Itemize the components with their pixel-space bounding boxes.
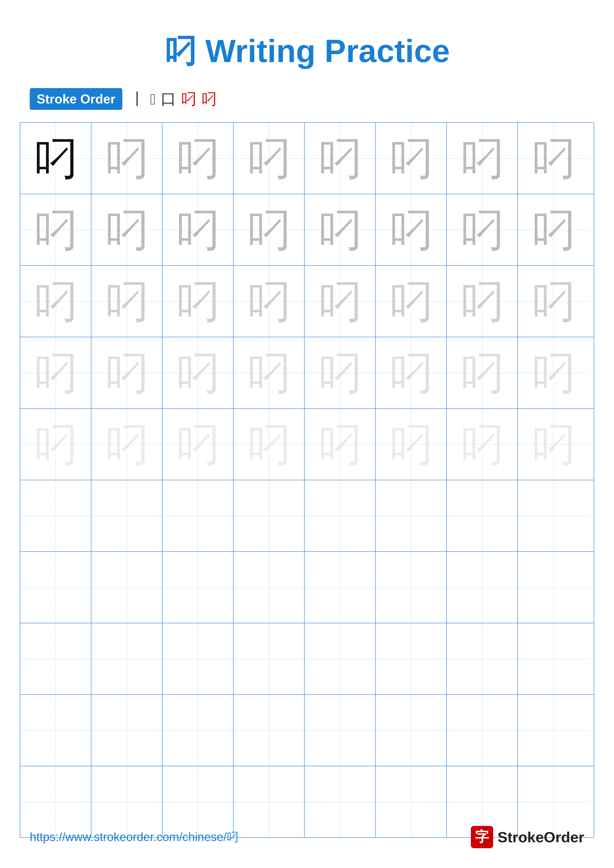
grid-cell: 叼 xyxy=(305,266,376,337)
grid-cell[interactable] xyxy=(376,695,447,766)
char: 叼 xyxy=(176,136,220,181)
grid-cell[interactable] xyxy=(20,623,92,694)
char: 叼 xyxy=(389,136,434,181)
grid-cell[interactable] xyxy=(518,552,589,623)
footer-url[interactable]: https://www.strokeorder.com/chinese/叼 xyxy=(30,829,238,845)
char: 叼 xyxy=(104,279,149,324)
stroke-3: 口 xyxy=(161,88,176,109)
grid-cell: 叼 xyxy=(20,123,92,194)
grid-cell: 叼 xyxy=(20,409,92,480)
grid-cell[interactable] xyxy=(447,623,518,694)
grid-cell[interactable] xyxy=(376,480,447,551)
grid-cell: 叼 xyxy=(305,194,376,265)
grid-cell: 叼 xyxy=(447,337,518,408)
grid-cell[interactable] xyxy=(376,623,447,694)
grid-cell[interactable] xyxy=(92,552,162,623)
grid-cell[interactable] xyxy=(233,480,305,551)
char: 叼 xyxy=(460,208,505,252)
grid-cell: 叼 xyxy=(233,337,305,408)
grid-cell[interactable] xyxy=(518,623,589,694)
grid-cell: 叼 xyxy=(233,266,305,337)
grid-cell: 叼 xyxy=(376,409,447,480)
char: 叼 xyxy=(33,422,78,467)
char: 叼 xyxy=(104,350,149,395)
char: 叼 xyxy=(247,208,291,252)
grid-cell: 叼 xyxy=(162,194,233,265)
char: 叼 xyxy=(33,136,78,181)
char: 叼 xyxy=(176,350,220,395)
grid-cell[interactable] xyxy=(20,480,92,551)
grid-cell: 叼 xyxy=(447,266,518,337)
page-title: 叼 Writing Practice xyxy=(0,0,614,88)
grid-cell: 叼 xyxy=(518,266,589,337)
grid-cell[interactable] xyxy=(233,623,305,694)
grid-cell[interactable] xyxy=(447,552,518,623)
grid-cell: 叼 xyxy=(376,123,447,194)
stroke-order-section: Stroke Order 丨 𠃍 口 叼 叼 xyxy=(0,88,614,110)
grid-cell: 叼 xyxy=(447,194,518,265)
grid-cell: 叼 xyxy=(92,409,162,480)
grid-cell[interactable] xyxy=(233,695,305,766)
char: 叼 xyxy=(104,136,149,181)
char: 叼 xyxy=(389,422,434,467)
char: 叼 xyxy=(33,279,78,324)
char: 叼 xyxy=(531,208,576,252)
grid-row-6 xyxy=(20,480,594,552)
grid-cell: 叼 xyxy=(20,266,92,337)
char: 叼 xyxy=(531,350,576,395)
char: 叼 xyxy=(318,350,362,395)
grid-cell[interactable] xyxy=(518,480,589,551)
grid-row-7 xyxy=(20,552,594,623)
char: 叼 xyxy=(33,350,78,395)
grid-cell[interactable] xyxy=(92,695,162,766)
stroke-sequence: 丨 𠃍 口 叼 叼 xyxy=(130,88,217,109)
grid-cell: 叼 xyxy=(162,409,233,480)
grid-cell[interactable] xyxy=(162,480,233,551)
char: 叼 xyxy=(247,279,291,324)
grid-cell[interactable] xyxy=(20,695,92,766)
stroke-5: 叼 xyxy=(201,88,217,109)
char: 叼 xyxy=(247,422,291,467)
char: 叼 xyxy=(460,136,505,181)
grid-cell[interactable] xyxy=(447,695,518,766)
grid-cell[interactable] xyxy=(233,552,305,623)
grid-cell: 叼 xyxy=(518,123,589,194)
grid-cell[interactable] xyxy=(305,480,376,551)
grid-cell[interactable] xyxy=(376,552,447,623)
grid-cell: 叼 xyxy=(518,194,589,265)
char: 叼 xyxy=(389,350,434,395)
grid-cell[interactable] xyxy=(518,695,589,766)
char: 叼 xyxy=(460,350,505,395)
char: 叼 xyxy=(389,279,434,324)
char: 叼 xyxy=(318,136,362,181)
grid-cell[interactable] xyxy=(162,623,233,694)
grid-cell[interactable] xyxy=(20,552,92,623)
grid-row-2: 叼 叼 叼 叼 叼 叼 叼 叼 xyxy=(20,194,594,266)
char: 叼 xyxy=(531,279,576,324)
char: 叼 xyxy=(176,279,220,324)
grid-cell[interactable] xyxy=(447,480,518,551)
grid-cell: 叼 xyxy=(92,337,162,408)
char: 叼 xyxy=(460,422,505,467)
grid-cell: 叼 xyxy=(92,266,162,337)
grid-cell[interactable] xyxy=(305,552,376,623)
char: 叼 xyxy=(531,422,576,467)
grid-cell[interactable] xyxy=(305,695,376,766)
grid-cell: 叼 xyxy=(92,194,162,265)
grid-cell: 叼 xyxy=(518,337,589,408)
grid-cell: 叼 xyxy=(305,123,376,194)
grid-cell: 叼 xyxy=(233,409,305,480)
grid-cell[interactable] xyxy=(92,623,162,694)
practice-grid: 叼 叼 叼 叼 叼 叼 叼 叼 叼 叼 叼 叼 叼 叼 叼 叼 叼 叼 叼 叼 … xyxy=(20,122,594,838)
grid-cell[interactable] xyxy=(162,695,233,766)
grid-cell: 叼 xyxy=(376,266,447,337)
grid-cell[interactable] xyxy=(162,552,233,623)
grid-cell[interactable] xyxy=(305,623,376,694)
footer: https://www.strokeorder.com/chinese/叼 字 … xyxy=(0,826,614,848)
grid-cell: 叼 xyxy=(447,123,518,194)
grid-cell[interactable] xyxy=(92,480,162,551)
char: 叼 xyxy=(104,422,149,467)
brand-name: StrokeOrder xyxy=(497,829,584,846)
grid-cell: 叼 xyxy=(447,409,518,480)
grid-cell: 叼 xyxy=(162,266,233,337)
